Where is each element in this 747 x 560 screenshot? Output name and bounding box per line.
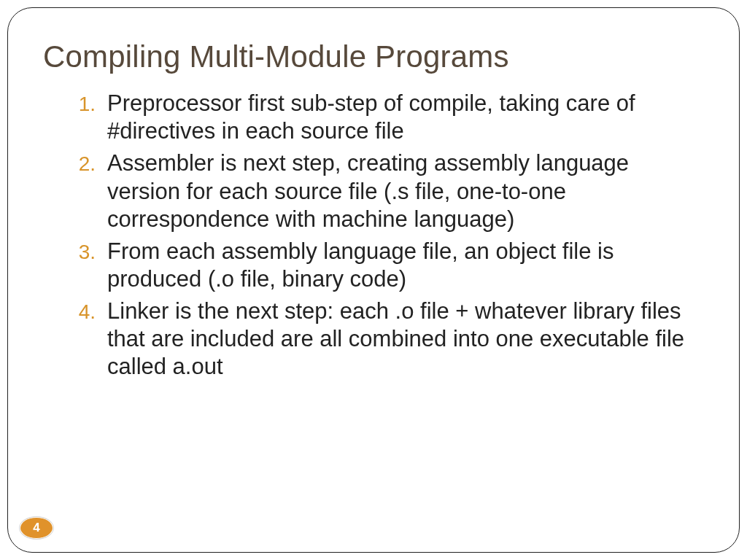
list-number: 4.	[72, 298, 107, 324]
list-text: Preprocessor first sub-step of compile, …	[107, 90, 704, 145]
list-text: Linker is the next step: each .o file + …	[107, 298, 704, 381]
list-item: 3. From each assembly language file, an …	[72, 238, 704, 293]
list-item: 1. Preprocessor first sub-step of compil…	[72, 90, 704, 145]
list-item: 2. Assembler is next step, creating asse…	[72, 149, 704, 233]
list-number: 1.	[72, 90, 107, 117]
slide-frame: Compiling Multi-Module Programs 1. Prepr…	[7, 7, 740, 553]
list-number: 2.	[72, 149, 107, 176]
page-number-badge: 4	[20, 517, 53, 539]
list-text: From each assembly language file, an obj…	[107, 238, 704, 293]
numbered-list: 1. Preprocessor first sub-step of compil…	[43, 90, 704, 381]
slide-title: Compiling Multi-Module Programs	[43, 40, 704, 74]
page-number: 4	[33, 521, 39, 535]
list-text: Assembler is next step, creating assembl…	[107, 149, 704, 233]
list-number: 3.	[72, 238, 107, 265]
list-item: 4. Linker is the next step: each .o file…	[72, 298, 704, 381]
